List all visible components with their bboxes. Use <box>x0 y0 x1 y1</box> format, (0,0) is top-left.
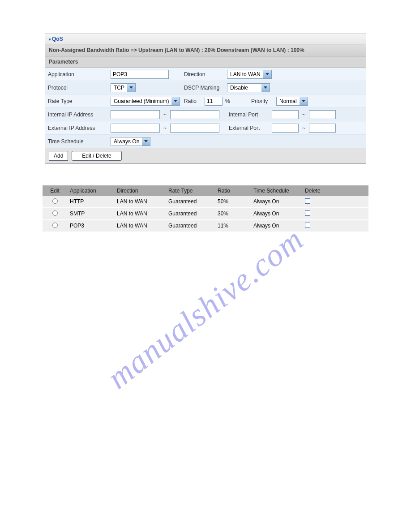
table-row: SMTP LAN to WAN Guaranteed 30% Always On <box>43 208 368 220</box>
internal-ip-from-input[interactable] <box>111 110 160 119</box>
range-separator: ~ <box>162 112 168 118</box>
bandwidth-banner: Non-Assigned Bandwidth Ratio => Upstream… <box>45 44 366 56</box>
rate-type-value: Guaranteed (Minimum) <box>111 98 171 104</box>
cell-direction: LAN to WAN <box>114 208 166 219</box>
col-application: Application <box>67 185 114 196</box>
panel-title[interactable]: QoS <box>45 34 366 44</box>
cell-ratio: 30% <box>215 208 251 219</box>
rate-type-select[interactable]: Guaranteed (Minimum) <box>111 97 180 106</box>
application-input[interactable] <box>111 70 169 79</box>
edit-delete-button[interactable]: Edit / Delete <box>72 151 121 161</box>
cell-time-schedule: Always On <box>251 208 302 219</box>
form-area: Application Direction LAN to WAN Protoco… <box>45 68 366 148</box>
col-time-schedule: Time Schedule <box>251 185 302 196</box>
external-ip-to-input[interactable] <box>170 124 219 133</box>
cell-time-schedule: Always On <box>251 196 302 207</box>
rules-table: Edit Application Direction Rate Type Rat… <box>43 185 368 232</box>
cell-time-schedule: Always On <box>251 220 302 232</box>
internal-ip-to-input[interactable] <box>170 110 219 119</box>
delete-checkbox[interactable] <box>305 198 310 204</box>
cell-rate-type: Guaranteed <box>166 196 215 207</box>
ratio-label: Ratio <box>182 98 205 104</box>
add-button[interactable]: Add <box>49 151 68 161</box>
cell-rate-type: Guaranteed <box>166 208 215 219</box>
edit-radio[interactable] <box>52 198 58 204</box>
cell-ratio: 50% <box>215 196 251 207</box>
rate-type-label: Rate Type <box>48 98 111 104</box>
col-edit: Edit <box>43 185 67 196</box>
table-header: Edit Application Direction Rate Type Rat… <box>43 185 368 196</box>
delete-checkbox[interactable] <box>305 210 310 216</box>
ratio-input[interactable] <box>205 97 223 106</box>
chevron-down-icon <box>127 84 135 92</box>
parameters-header: Parameters <box>45 56 366 68</box>
edit-radio[interactable] <box>52 223 58 228</box>
dscp-label: DSCP Marking <box>182 85 227 91</box>
priority-value: Normal <box>277 98 300 104</box>
chevron-down-icon <box>261 84 270 92</box>
watermark: manualshive.com <box>100 221 311 397</box>
cell-application: SMTP <box>67 208 114 219</box>
chevron-down-icon <box>171 97 180 105</box>
external-ip-label: External IP Address <box>48 125 111 131</box>
col-rate-type: Rate Type <box>166 185 215 196</box>
col-ratio: Ratio <box>215 185 251 196</box>
range-separator: ~ <box>300 112 307 118</box>
col-direction: Direction <box>114 185 166 196</box>
internal-port-label: Internal Port <box>227 112 272 118</box>
edit-radio[interactable] <box>52 210 58 216</box>
cell-ratio: 11% <box>215 220 251 232</box>
external-port-to-input[interactable] <box>309 124 336 133</box>
delete-checkbox[interactable] <box>305 223 310 228</box>
cell-application: POP3 <box>67 220 114 232</box>
table-row: HTTP LAN to WAN Guaranteed 50% Always On <box>43 196 368 208</box>
dscp-value: Disable <box>227 85 261 91</box>
external-port-from-input[interactable] <box>272 124 299 133</box>
col-delete: Delete <box>302 185 329 196</box>
internal-port-from-input[interactable] <box>272 110 299 119</box>
chevron-down-icon <box>263 70 271 78</box>
time-schedule-value: Always On <box>111 138 142 145</box>
dscp-select[interactable]: Disable <box>227 83 270 92</box>
application-label: Application <box>48 71 111 77</box>
chevron-down-icon <box>300 97 308 105</box>
cell-direction: LAN to WAN <box>114 196 166 207</box>
internal-ip-label: Internal IP Address <box>48 112 111 118</box>
ratio-unit: % <box>224 98 230 104</box>
range-separator: ~ <box>162 125 168 131</box>
external-ip-from-input[interactable] <box>111 124 160 133</box>
external-port-label: External Port <box>227 125 272 131</box>
direction-select[interactable]: LAN to WAN <box>227 70 272 79</box>
chevron-down-icon <box>142 137 150 146</box>
internal-port-to-input[interactable] <box>309 110 336 119</box>
direction-label: Direction <box>182 71 227 77</box>
table-row: POP3 LAN to WAN Guaranteed 11% Always On <box>43 220 368 232</box>
protocol-value: TCP <box>111 85 127 91</box>
priority-select[interactable]: Normal <box>276 97 308 106</box>
direction-value: LAN to WAN <box>227 71 263 77</box>
qos-panel: QoS Non-Assigned Bandwidth Ratio => Upst… <box>45 34 366 164</box>
cell-direction: LAN to WAN <box>114 220 166 232</box>
time-schedule-select[interactable]: Always On <box>111 137 150 146</box>
cell-rate-type: Guaranteed <box>166 220 215 232</box>
cell-application: HTTP <box>67 196 114 207</box>
protocol-label: Protocol <box>48 85 111 91</box>
button-row: Add Edit / Delete <box>45 148 366 163</box>
priority-label: Priority <box>249 98 276 104</box>
protocol-select[interactable]: TCP <box>111 83 136 92</box>
range-separator: ~ <box>300 125 307 131</box>
time-schedule-label: Time Schedule <box>48 138 111 145</box>
